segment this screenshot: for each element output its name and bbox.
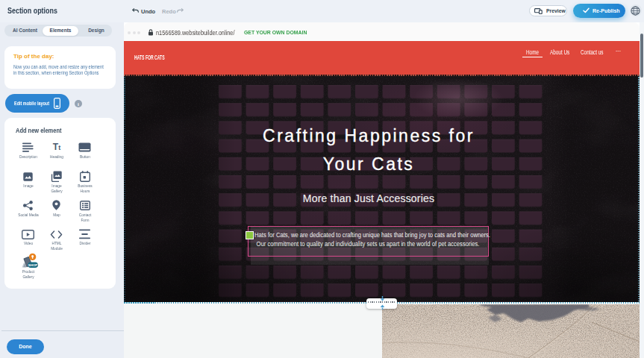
svg-text:SHOP: SHOP bbox=[28, 263, 38, 267]
